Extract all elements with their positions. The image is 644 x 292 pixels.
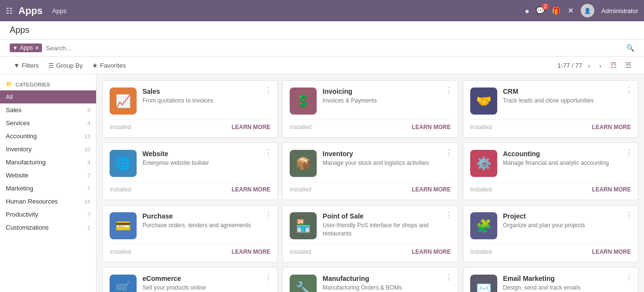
app-learn-more-link[interactable]: LEARN MORE (592, 124, 631, 131)
toolbar: ▼ Filters ☰ Group By ★ Favorites 1-77 / … (0, 57, 644, 74)
app-card-top: ✉️ Email Marketing Design, send and trac… (470, 275, 631, 292)
app-learn-more-link[interactable]: LEARN MORE (412, 186, 451, 193)
close-icon[interactable]: ✕ (568, 6, 574, 15)
search-input[interactable] (46, 44, 622, 52)
app-card-accounting: ⋮ ⚙️ Accounting Manage financial and ana… (463, 143, 638, 200)
search-tag[interactable]: ▼ Apps ✕ (10, 44, 42, 52)
sidebar-item-count: 4 (87, 160, 90, 165)
app-card-more-icon[interactable]: ⋮ (625, 273, 633, 282)
app-grid: ⋮ 📈 Sales From quotations to invoices In… (102, 80, 638, 292)
app-card-more-icon[interactable]: ⋮ (625, 148, 633, 157)
app-name: Purchase (142, 212, 270, 220)
sidebar-item-count: 4 (87, 120, 90, 126)
app-status: Installed (110, 124, 131, 131)
app-desc: Organize and plan your projects (503, 221, 631, 230)
app-icon: 📈 (110, 88, 137, 115)
sidebar-item-inventory[interactable]: Inventory 10 (0, 143, 96, 156)
app-icon: ⚙️ (470, 150, 497, 177)
search-bar: ▼ Apps ✕ 🔍 (0, 40, 644, 57)
app-card-footer: Installed LEARN MORE (290, 182, 450, 193)
app-info: Project Organize and plan your projects (503, 212, 631, 230)
app-desc: Sell your products online (142, 284, 270, 292)
app-card-more-icon[interactable]: ⋮ (265, 148, 272, 157)
app-card-more-icon[interactable]: ⋮ (445, 148, 453, 157)
app-desc: Manufacturing Orders & BOMs (322, 284, 450, 292)
sidebar-item-label: Accounting (6, 132, 37, 140)
page-header: Apps (0, 21, 644, 40)
app-learn-more-link[interactable]: LEARN MORE (232, 124, 271, 131)
sidebar-item-human-resources[interactable]: Human Resources 14 (0, 195, 96, 208)
app-desc: Purchase orders, tenders and agreements (142, 221, 270, 230)
sidebar-item-sales[interactable]: Sales 9 (0, 103, 96, 117)
next-page-button[interactable]: › (596, 60, 604, 71)
sidebar-item-accounting[interactable]: Accounting 13 (0, 130, 96, 143)
app-card-top: 💲 Invoicing Invoices & Payments (290, 88, 450, 115)
app-card-more-icon[interactable]: ⋮ (625, 86, 633, 95)
app-desc: Manage financial and analytic accounting (503, 159, 631, 167)
app-learn-more-link[interactable]: LEARN MORE (592, 248, 631, 255)
app-icon: 🏪 (290, 212, 317, 239)
app-card-more-icon[interactable]: ⋮ (265, 86, 272, 95)
app-learn-more-link[interactable]: LEARN MORE (412, 248, 451, 255)
app-info: Email Marketing Design, send and track e… (503, 275, 631, 292)
sidebar-item-services[interactable]: Services 4 (0, 117, 96, 130)
grid-icon[interactable]: ☷ (6, 6, 13, 15)
clock-icon[interactable]: ● (525, 7, 529, 15)
app-learn-more-link[interactable]: LEARN MORE (592, 186, 631, 193)
search-icon[interactable]: 🔍 (626, 44, 634, 52)
apps-nav-link[interactable]: Apps (52, 7, 67, 15)
app-status: Installed (110, 186, 131, 193)
app-learn-more-link[interactable]: LEARN MORE (232, 186, 271, 193)
app-name: Inventory (322, 150, 450, 158)
app-card-project: ⋮ 🧩 Project Organize and plan your proje… (463, 205, 638, 263)
app-desc: Invoices & Payments (322, 97, 450, 105)
app-card-top: 🤝 CRM Track leads and close opportunitie… (470, 88, 631, 115)
avatar[interactable]: 👤 (581, 4, 594, 17)
username[interactable]: Administrator (601, 7, 638, 15)
group-by-button[interactable]: ☰ Group By (44, 60, 86, 71)
sidebar-item-manufacturing[interactable]: Manufacturing 4 (0, 156, 96, 169)
sidebar-item-productivity[interactable]: Productivity 7 (0, 208, 96, 221)
sidebar-item-all[interactable]: All (0, 90, 96, 103)
search-tag-close-icon[interactable]: ✕ (35, 45, 39, 51)
app-name: Website (142, 150, 270, 158)
app-card-more-icon[interactable]: ⋮ (445, 86, 453, 95)
chat-icon[interactable]: 💬 2 (536, 6, 545, 15)
app-card-more-icon[interactable]: ⋮ (625, 210, 633, 219)
app-card-more-icon[interactable]: ⋮ (445, 210, 453, 219)
list-view-button[interactable]: ☰ (622, 59, 634, 71)
sidebar-item-label: Manufacturing (6, 159, 45, 166)
app-name: Accounting (503, 150, 631, 158)
app-card-footer: Installed LEARN MORE (470, 244, 631, 255)
sidebar-item-marketing[interactable]: Marketing 7 (0, 182, 96, 195)
app-info: eCommerce Sell your products online (142, 275, 270, 292)
favorites-button[interactable]: ★ Favorites (88, 60, 129, 71)
app-card-manufacturing: ⋮ 🔧 Manufacturing Manufacturing Orders &… (282, 267, 458, 292)
app-card-top: ⚙️ Accounting Manage financial and analy… (470, 150, 631, 177)
app-card-top: 🧩 Project Organize and plan your project… (470, 212, 631, 239)
sidebar-item-label: Website (6, 172, 28, 179)
grid-view-button[interactable]: ☶ (607, 59, 619, 71)
sidebar-item-count: 10 (84, 146, 90, 152)
sidebar-item-customizations[interactable]: Customizations 1 (0, 221, 96, 234)
filters-button[interactable]: ▼ Filters (10, 60, 42, 71)
app-learn-more-link[interactable]: LEARN MORE (232, 248, 271, 255)
toolbar-right: 1-77 / 77 ‹ › ☶ ☰ (558, 59, 634, 71)
filter-icon: ▼ (14, 62, 20, 69)
app-card-more-icon[interactable]: ⋮ (265, 273, 272, 282)
app-status: Installed (290, 124, 311, 131)
app-card-footer: Installed LEARN MORE (110, 119, 270, 131)
app-learn-more-link[interactable]: LEARN MORE (412, 124, 451, 131)
prev-page-button[interactable]: ‹ (585, 60, 593, 71)
pagination-label: 1-77 / 77 (558, 62, 582, 69)
sidebar-item-website[interactable]: Website 7 (0, 169, 96, 182)
app-card-more-icon[interactable]: ⋮ (265, 210, 272, 219)
folder-icon: 📁 (6, 81, 13, 88)
app-icon: 💲 (290, 88, 317, 115)
gift-icon[interactable]: 🎁 (552, 6, 561, 15)
notification-badge: 2 (542, 3, 549, 10)
app-card-more-icon[interactable]: ⋮ (445, 273, 453, 282)
app-card-crm: ⋮ 🤝 CRM Track leads and close opportunit… (463, 80, 638, 138)
app-info: Point of Sale User-friendly PoS interfac… (322, 212, 450, 238)
app-status: Installed (110, 248, 131, 255)
